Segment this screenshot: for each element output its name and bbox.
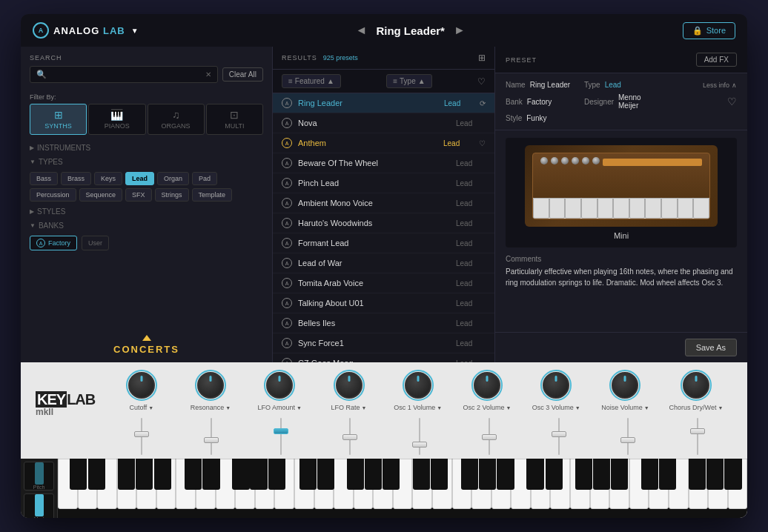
type-chip-sfx[interactable]: SFX: [125, 188, 152, 202]
lfo-rate-knob[interactable]: [336, 372, 363, 399]
attack-fader[interactable]: [412, 442, 427, 448]
sort-featured-button[interactable]: ≡ Featured ▲: [282, 74, 341, 88]
bank-chip-user[interactable]: User: [82, 236, 109, 250]
list-item[interactable]: A CZ Goes Moog Lead: [273, 353, 494, 362]
piano-key-black[interactable]: [659, 459, 676, 490]
piano-key-black[interactable]: [724, 459, 741, 490]
resonance-knob[interactable]: [197, 372, 224, 399]
type-chip-lead[interactable]: Lead: [125, 172, 154, 185]
volume-fader[interactable]: [690, 428, 705, 434]
piano-key-black[interactable]: [479, 459, 496, 490]
piano-key-black[interactable]: [575, 459, 592, 490]
piano-key-black[interactable]: [202, 459, 219, 490]
favorite-heart-button[interactable]: ♡: [727, 96, 737, 107]
piano-key-black[interactable]: [118, 459, 135, 490]
filter-tab-organs[interactable]: ♫ ORGANS: [148, 104, 205, 135]
sustain-fader[interactable]: [552, 431, 566, 437]
preset-heart-icon[interactable]: ♡: [479, 139, 486, 147]
piano-key-black[interactable]: [706, 459, 724, 490]
osc1-label[interactable]: Osc 1 Volume ▼: [394, 404, 442, 411]
instruments-header[interactable]: ▶ INSTRUMENTS: [21, 141, 272, 155]
list-item[interactable]: A Tomita Arab Voice Lead: [273, 273, 494, 293]
noise-knob[interactable]: [612, 372, 638, 399]
piano-key-black[interactable]: [154, 459, 171, 490]
piano-key-black[interactable]: [461, 459, 478, 490]
lfo-rate-label[interactable]: LFO Rate ▼: [331, 404, 367, 411]
list-item[interactable]: A Ambient Mono Voice Lead: [273, 193, 494, 213]
piano-key-black[interactable]: [88, 459, 105, 490]
piano-key-black[interactable]: [70, 459, 87, 490]
type-chip-strings[interactable]: Strings: [155, 188, 189, 202]
piano-key-black[interactable]: [232, 459, 249, 490]
type-chip-bass[interactable]: Bass: [30, 172, 58, 185]
filter-env-decay-fader[interactable]: [204, 437, 219, 443]
decay-fader[interactable]: [482, 434, 497, 440]
piano-key-black[interactable]: [593, 459, 610, 490]
filter-tab-multi[interactable]: ⊡ MULTI: [206, 104, 263, 135]
list-item[interactable]: A Pinch Lead Lead: [273, 173, 494, 193]
osc1-knob[interactable]: [405, 372, 431, 399]
filter-env-attack-fader[interactable]: [134, 431, 149, 437]
list-item[interactable]: A Anthem Lead ♡: [273, 133, 494, 153]
filter-env-amount-fader[interactable]: [342, 434, 357, 440]
piano-key-black[interactable]: [431, 459, 448, 490]
list-item[interactable]: A Haruto's Woodwinds Lead: [273, 213, 494, 233]
piano-key-black[interactable]: [641, 459, 658, 490]
lfo-amount-knob[interactable]: [266, 372, 293, 399]
concerts-label[interactable]: CONCERTS: [113, 344, 179, 355]
type-chip-organ[interactable]: Organ: [157, 172, 189, 185]
osc3-knob[interactable]: [543, 372, 569, 399]
piano-key-black[interactable]: [185, 459, 202, 490]
piano-key-black[interactable]: [383, 459, 400, 490]
pitch-slider[interactable]: Pitch: [24, 462, 54, 491]
cutoff-label[interactable]: Cutoff ▼: [129, 404, 153, 411]
list-item[interactable]: A Beware Of The Wheel Lead: [273, 153, 494, 173]
styles-header[interactable]: ▶ STYLES: [21, 205, 272, 219]
prev-preset-button[interactable]: ◄: [356, 24, 368, 37]
osc3-label[interactable]: Osc 3 Volume ▼: [532, 404, 580, 411]
less-info-button[interactable]: Less info ∧: [703, 82, 737, 89]
list-item[interactable]: A Belles Iles Lead: [273, 313, 494, 333]
filter-tab-synths[interactable]: ⊞ SYNTHS: [30, 104, 87, 135]
piano-key-black[interactable]: [136, 459, 153, 490]
mod-slider[interactable]: Mod: [24, 493, 54, 518]
piano-key-black[interactable]: [268, 459, 285, 490]
clear-search-icon[interactable]: ✕: [205, 70, 211, 79]
banks-header[interactable]: ▼ BANKS: [21, 219, 272, 233]
type-chip-pad[interactable]: Pad: [192, 172, 217, 185]
search-input[interactable]: [51, 70, 201, 79]
list-item[interactable]: A Formant Lead Lead: [273, 233, 494, 253]
lfo-amount-label[interactable]: LFO Amount ▼: [258, 404, 302, 411]
clear-all-button[interactable]: Clear All: [222, 67, 263, 82]
piano-key-black[interactable]: [546, 459, 563, 490]
piano-key-black[interactable]: [347, 459, 364, 490]
types-header[interactable]: ▼ TYPES: [21, 155, 272, 169]
piano-key-black[interactable]: [413, 459, 430, 490]
osc2-label[interactable]: Osc 2 Volume ▼: [463, 404, 511, 411]
type-chip-sequence[interactable]: Sequence: [79, 188, 123, 202]
favorites-icon[interactable]: ♡: [477, 76, 486, 87]
list-item[interactable]: A Sync Force1 Lead: [273, 333, 494, 353]
next-preset-button[interactable]: ►: [454, 24, 466, 37]
piano-key-black[interactable]: [365, 459, 382, 490]
piano-key-black[interactable]: [299, 459, 317, 490]
release-fader[interactable]: [620, 437, 635, 443]
add-fx-button[interactable]: Add FX: [696, 53, 737, 67]
type-chip-percussion[interactable]: Percussion: [30, 188, 76, 202]
resonance-label[interactable]: Resonance ▼: [191, 404, 231, 411]
osc2-knob[interactable]: [474, 372, 500, 399]
type-chip-brass[interactable]: Brass: [61, 172, 91, 185]
type-chip-template[interactable]: Template: [192, 188, 233, 202]
list-item[interactable]: A Ring Leader Lead ⟳: [273, 93, 494, 113]
list-item[interactable]: A Lead of War Lead: [273, 253, 494, 273]
filter-tab-pianos[interactable]: 🎹 PIANOS: [88, 104, 145, 135]
piano-key-black[interactable]: [611, 459, 628, 490]
piano-key-black[interactable]: [689, 459, 706, 490]
store-button[interactable]: 🔒 Store: [683, 22, 735, 39]
piano-key-black[interactable]: [497, 459, 514, 490]
save-as-button[interactable]: Save As: [685, 339, 737, 356]
sort-type-button[interactable]: ≡ Type ▲: [386, 74, 431, 88]
piano-key-black[interactable]: [526, 459, 543, 490]
list-item[interactable]: A Nova Lead: [273, 113, 494, 133]
noise-label[interactable]: Noise Volume ▼: [601, 404, 649, 411]
